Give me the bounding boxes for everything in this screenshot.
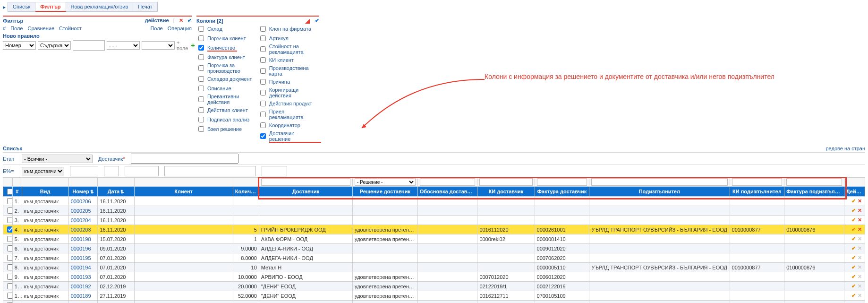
column-toggle[interactable]: Причина: [258, 78, 319, 86]
row-confirm-icon[interactable]: ✔: [851, 245, 857, 251]
row-number-link[interactable]: 0000189: [71, 293, 91, 299]
col-ci-supplier[interactable]: КИ доставчик: [477, 187, 535, 197]
fac-date-input[interactable]: [125, 166, 159, 176]
filter-subcontractor-input[interactable]: [591, 178, 727, 186]
row-delete-icon[interactable]: ✕: [857, 208, 863, 213]
column-toggle[interactable]: Стойност на рекламацията: [258, 43, 319, 55]
row-confirm-icon[interactable]: ✔: [851, 283, 857, 289]
row-number-link[interactable]: 0000192: [71, 284, 91, 289]
col-invoice-supplier[interactable]: Фактура доставчик: [535, 187, 589, 197]
row-number-link[interactable]: 0000204: [71, 217, 91, 223]
column-toggle[interactable]: Артикул: [258, 34, 319, 43]
rule-field2-select[interactable]: [142, 41, 175, 50]
col-client[interactable]: Клиент: [134, 187, 233, 197]
col-number[interactable]: Номер⇅: [68, 187, 98, 197]
tab-3[interactable]: Печат: [133, 2, 157, 12]
table-row[interactable]: 4.към доставчик000020316.11.20205ГРИЙН Б…: [3, 225, 865, 234]
filter-apply-icon[interactable]: ✔: [187, 17, 192, 23]
row-number-link[interactable]: 0000205: [71, 208, 91, 214]
filter-supplier-input[interactable]: [261, 178, 350, 186]
column-toggle[interactable]: Коригиращи действия: [258, 87, 319, 98]
column-toggle[interactable]: Клон на фирмата: [258, 25, 319, 33]
table-row[interactable]: 10.към доставчик000019202.12.201920.0000…: [3, 282, 865, 291]
col-ci-sub[interactable]: КИ подизпълнител: [730, 187, 784, 197]
col-date[interactable]: Дата⇅: [98, 187, 134, 197]
filter-ci-sub-input[interactable]: [732, 178, 783, 186]
new-rule-link[interactable]: Ново правило: [3, 33, 192, 39]
row-checkbox[interactable]: [7, 255, 12, 261]
row-checkbox[interactable]: [7, 274, 12, 280]
fac-type-select[interactable]: към доставчи: [22, 167, 64, 175]
row-delete-icon[interactable]: ✕: [857, 198, 863, 204]
tab-2[interactable]: Нова рекламация/отзив: [66, 2, 134, 12]
row-number-link[interactable]: 0000196: [71, 246, 91, 251]
row-checkbox[interactable]: [7, 264, 12, 270]
row-confirm-icon[interactable]: ✔: [851, 264, 857, 270]
column-toggle[interactable]: Доставчик - решение: [258, 130, 319, 142]
row-checkbox[interactable]: [7, 198, 12, 204]
row-checkbox[interactable]: [7, 293, 12, 299]
table-row[interactable]: 1.към доставчик000020616.11.2020✔✕: [3, 197, 865, 206]
column-toggle[interactable]: Производствена карта: [258, 65, 319, 77]
row-checkbox[interactable]: [7, 208, 12, 214]
col-supplier[interactable]: Доставчик: [259, 187, 352, 197]
row-confirm-icon[interactable]: ✔: [851, 198, 857, 204]
column-toggle[interactable]: Поръчка за производство: [196, 62, 255, 74]
row-number-link[interactable]: 0000195: [71, 255, 91, 261]
table-row[interactable]: 8.към доставчик000019407.01.202010Метал …: [3, 263, 865, 272]
fac-small-input[interactable]: [104, 166, 119, 176]
rule-value-input[interactable]: [73, 40, 105, 51]
column-toggle[interactable]: Координатор: [258, 121, 319, 130]
table-row[interactable]: 6.към доставчик000019609.01.20209.0000АЛ…: [3, 244, 865, 253]
select-all-checkbox[interactable]: [7, 189, 12, 195]
tab-1[interactable]: Филтър: [35, 2, 66, 12]
column-toggle[interactable]: Описание: [196, 84, 255, 93]
column-toggle[interactable]: Склад: [196, 25, 255, 33]
table-row[interactable]: 3.към доставчик000020416.11.2020✔✕: [3, 216, 865, 225]
row-checkbox[interactable]: [7, 245, 12, 251]
rule-field-select[interactable]: Номер: [3, 41, 36, 50]
row-delete-icon[interactable]: ✕: [857, 217, 863, 223]
filter-invoice-input[interactable]: [537, 178, 587, 186]
rule-op-select[interactable]: - - -: [107, 41, 140, 50]
column-toggle[interactable]: Подписал анализ: [196, 115, 255, 124]
filter-action-link[interactable]: действие: [145, 17, 169, 23]
row-number-link[interactable]: 0000198: [71, 236, 91, 242]
row-confirm-icon[interactable]: ✔: [851, 293, 857, 298]
column-toggle[interactable]: Количество: [196, 43, 255, 52]
rule-compare-select[interactable]: Съдържа: [38, 41, 71, 50]
col-decision[interactable]: Решение доставчик: [353, 187, 418, 197]
etap-select[interactable]: - Всички -: [22, 155, 93, 163]
column-toggle[interactable]: КИ клиент: [258, 56, 319, 64]
col-subcontractor[interactable]: Подизпълнител: [589, 187, 730, 197]
col-type[interactable]: Вид: [22, 187, 68, 197]
filter-justification-input[interactable]: [420, 178, 476, 186]
column-toggle[interactable]: Приел рекламацията: [258, 109, 319, 120]
rule-add-icon[interactable]: +: [191, 42, 195, 49]
row-number-link[interactable]: 0000194: [71, 265, 91, 270]
col-invoice-sub[interactable]: Фактура подизпълнител: [784, 187, 844, 197]
table-row[interactable]: 9.към доставчик000019307.01.202010.0000А…: [3, 272, 865, 282]
row-number-link[interactable]: 0000193: [71, 274, 91, 280]
row-checkbox[interactable]: [7, 283, 12, 289]
column-toggle[interactable]: Фактура клиент: [196, 53, 255, 61]
col-justification[interactable]: Обосновка доставчик: [417, 187, 477, 197]
fac-client-input[interactable]: [164, 166, 256, 176]
filter-decision-select[interactable]: - Решение -: [355, 178, 416, 186]
filter-invoice-sub-input[interactable]: [786, 178, 842, 186]
col-qty[interactable]: Количество: [233, 187, 259, 197]
row-confirm-icon[interactable]: ✔: [851, 255, 857, 260]
column-toggle[interactable]: Поръчка клиент: [196, 34, 255, 43]
table-row[interactable]: 12.към доставчик000018726.11.2019удовлет…: [3, 301, 865, 303]
supplier-filter-input[interactable]: [131, 154, 238, 164]
row-confirm-icon[interactable]: ✔: [851, 274, 857, 279]
fac-num-input[interactable]: [70, 166, 98, 176]
column-toggle[interactable]: Превантивни действия: [196, 94, 255, 105]
row-confirm-icon[interactable]: ✔: [851, 226, 857, 232]
table-row[interactable]: 5.към доставчик000019815.07.20201АКВА ФО…: [3, 234, 865, 244]
row-checkbox[interactable]: [7, 217, 12, 223]
column-toggle[interactable]: Взел решение: [196, 125, 255, 133]
row-checkbox[interactable]: [7, 236, 12, 242]
row-number-link[interactable]: 0000203: [71, 227, 91, 233]
row-confirm-icon[interactable]: ✔: [851, 217, 857, 223]
